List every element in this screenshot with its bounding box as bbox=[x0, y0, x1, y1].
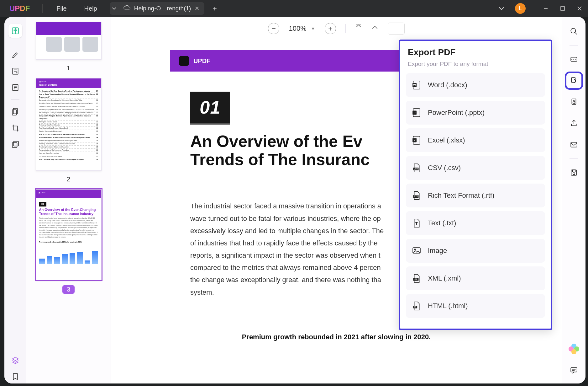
svg-rect-8 bbox=[13, 108, 18, 114]
export-option-rtf[interactable]: RTFRich Text Format (.rtf) bbox=[406, 184, 545, 207]
export-option-label: Excel (.xlsx) bbox=[428, 136, 465, 144]
chart-caption: Premium growth rebounded in 2021 after s… bbox=[170, 333, 502, 341]
cloud-icon bbox=[123, 5, 130, 12]
zoom-in-button[interactable]: ＋ bbox=[325, 23, 336, 34]
svg-text:CSV: CSV bbox=[414, 168, 418, 170]
save-button[interactable] bbox=[566, 165, 581, 180]
comments-button[interactable] bbox=[566, 363, 581, 378]
tab-close-button[interactable]: ✕ bbox=[195, 5, 199, 12]
export-option-label: Rich Text Format (.rtf) bbox=[428, 191, 494, 200]
export-option-label: HTML (.html) bbox=[428, 302, 468, 310]
thumbnail-page-2[interactable]: ▣ UPDFTable of Contents An Overview of t… bbox=[36, 78, 102, 171]
avatar-initial: L bbox=[519, 6, 522, 11]
reader-tool[interactable] bbox=[8, 24, 22, 38]
page-tool[interactable] bbox=[8, 105, 22, 119]
svg-rect-11 bbox=[14, 141, 18, 146]
user-avatar[interactable]: L bbox=[515, 3, 526, 14]
menu-file[interactable]: File bbox=[48, 5, 75, 12]
menu-help[interactable]: Help bbox=[76, 5, 106, 12]
export-option-xlsx[interactable]: XExcel (.xlsx) bbox=[406, 128, 545, 152]
edit-tool[interactable] bbox=[8, 64, 22, 78]
divider bbox=[570, 45, 578, 46]
tab-label: Helping-O…rength(1) bbox=[134, 5, 191, 12]
thumbnail-page-3[interactable]: ▣ UPDF 01 An Overview of the Ever-Changi… bbox=[36, 189, 102, 280]
divider bbox=[345, 24, 346, 33]
pptx-icon: P bbox=[412, 108, 421, 118]
annotate-tool[interactable] bbox=[8, 48, 22, 62]
export-option-xml[interactable]: </>XML (.xml) bbox=[406, 266, 545, 290]
svg-point-28 bbox=[414, 249, 416, 250]
export-option-label: PowerPoint (.pptx) bbox=[428, 109, 485, 117]
image-icon bbox=[412, 246, 421, 256]
divider bbox=[11, 43, 19, 43]
layers-tool[interactable] bbox=[8, 353, 22, 367]
app-logo: UPDF bbox=[9, 4, 30, 13]
svg-text:T: T bbox=[415, 221, 418, 226]
svg-rect-44 bbox=[571, 367, 577, 372]
organize-tool[interactable] bbox=[8, 81, 22, 94]
export-pdf-button[interactable] bbox=[566, 73, 581, 88]
export-option-html[interactable]: HHTML (.html) bbox=[406, 294, 545, 318]
svg-point-43 bbox=[573, 173, 575, 175]
new-tab-button[interactable]: ＋ bbox=[204, 4, 225, 13]
thumb-3-sectnum: 01 bbox=[39, 202, 46, 206]
crop-tool[interactable] bbox=[8, 121, 22, 135]
svg-text:P: P bbox=[414, 111, 416, 114]
tab-dropdown-button[interactable] bbox=[110, 2, 118, 15]
window-close-button[interactable] bbox=[571, 0, 588, 17]
export-title: Export PDF bbox=[408, 47, 545, 57]
svg-rect-42 bbox=[572, 170, 575, 172]
export-option-label: XML (.xml) bbox=[428, 274, 461, 282]
window-maximize-button[interactable] bbox=[554, 0, 571, 17]
titlebar-dropdown-button[interactable] bbox=[493, 0, 510, 17]
svg-text:</>: </> bbox=[414, 278, 417, 280]
svg-rect-39 bbox=[573, 102, 575, 104]
divider bbox=[570, 158, 578, 159]
export-pdf-panel: Export PDF Export your PDF to any format… bbox=[399, 40, 552, 330]
svg-text:OCR: OCR bbox=[571, 58, 576, 61]
html-icon: H bbox=[412, 301, 421, 311]
thumbnail-page-1[interactable] bbox=[36, 22, 102, 60]
thumb-number: 1 bbox=[67, 65, 70, 72]
export-subtitle: Export your PDF to any format bbox=[408, 61, 545, 67]
export-option-csv[interactable]: CSVCSV (.csv) bbox=[406, 156, 545, 180]
svg-line-34 bbox=[575, 32, 577, 35]
zoom-dropdown-icon[interactable]: ▼ bbox=[311, 26, 315, 31]
export-option-label: Word (.docx) bbox=[428, 81, 467, 89]
ocr-button[interactable]: OCR bbox=[566, 52, 581, 67]
doc-brand-text: UPDF bbox=[193, 57, 210, 65]
window-minimize-button[interactable] bbox=[537, 0, 554, 17]
export-option-label: CSV (.csv) bbox=[428, 164, 461, 172]
thumb-3-title: An Overview of the Ever-Changing Trends … bbox=[39, 208, 98, 216]
document-tab[interactable]: Helping-O…rength(1) ✕ bbox=[118, 2, 205, 15]
first-page-button[interactable] bbox=[355, 24, 362, 33]
titlebar: UPDF File Help Helping-O…rength(1) ✕ ＋ L bbox=[0, 0, 588, 17]
zoom-value[interactable]: 100% bbox=[289, 24, 306, 33]
page-number-input[interactable] bbox=[388, 23, 405, 35]
thumb-3-chart bbox=[39, 245, 98, 264]
export-option-image[interactable]: Image bbox=[406, 239, 545, 263]
svg-text:W: W bbox=[413, 83, 416, 87]
csv-icon: CSV bbox=[412, 163, 421, 173]
thumbnail-panel: 1 ▣ UPDFTable of Contents An Overview of… bbox=[26, 17, 111, 383]
txt-icon: T bbox=[412, 218, 421, 228]
bookmark-tool[interactable] bbox=[8, 370, 22, 383]
zoom-toolbar: − 100% ▼ ＋ bbox=[111, 17, 562, 40]
export-option-word[interactable]: WWord (.docx) bbox=[406, 73, 545, 97]
batch-tool[interactable] bbox=[8, 137, 22, 151]
section-number: 01 bbox=[190, 92, 230, 125]
zoom-out-button[interactable]: − bbox=[268, 23, 279, 34]
prev-page-button[interactable] bbox=[371, 24, 378, 33]
thumb-number: 2 bbox=[67, 176, 70, 183]
thumb-2-heading: Table of Contents bbox=[39, 84, 98, 86]
export-option-pptx[interactable]: PPowerPoint (.pptx) bbox=[406, 101, 545, 125]
share-button[interactable] bbox=[566, 116, 581, 131]
email-button[interactable] bbox=[566, 137, 581, 152]
ai-assistant-button[interactable] bbox=[566, 341, 581, 357]
toc-mini: An Overview of the Ever-Changing Trends … bbox=[36, 88, 101, 163]
export-option-txt[interactable]: TText (.txt) bbox=[406, 211, 545, 235]
export-option-label: Text (.txt) bbox=[428, 219, 456, 227]
protect-button[interactable] bbox=[566, 94, 581, 110]
search-button[interactable] bbox=[566, 24, 581, 39]
divider bbox=[534, 4, 534, 13]
